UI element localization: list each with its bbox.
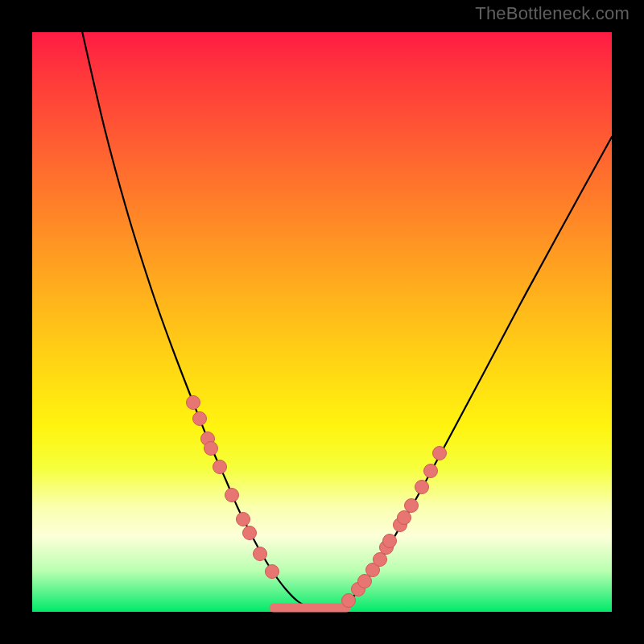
data-marker [213,460,227,474]
chart-frame: TheBottleneck.com [0,0,644,644]
markers-left-group [187,396,279,579]
data-marker [193,412,207,426]
data-marker [405,499,419,513]
data-marker [237,513,250,526]
bottleneck-curve [80,24,612,610]
data-marker [383,535,397,548]
data-marker [342,594,356,608]
data-marker [358,575,372,588]
data-marker [225,489,239,502]
chart-svg [32,32,612,612]
data-marker [204,442,218,456]
plot-area [32,32,612,612]
data-marker [424,464,438,478]
data-marker [433,447,447,460]
curve-line [80,24,612,610]
data-marker [374,553,387,567]
data-marker [266,565,279,579]
watermark-text: TheBottleneck.com [475,3,630,24]
markers-right-group [342,447,447,608]
data-marker [254,547,267,561]
data-marker [415,481,429,494]
data-marker [398,511,411,525]
data-marker [187,396,200,410]
data-marker [243,526,257,540]
